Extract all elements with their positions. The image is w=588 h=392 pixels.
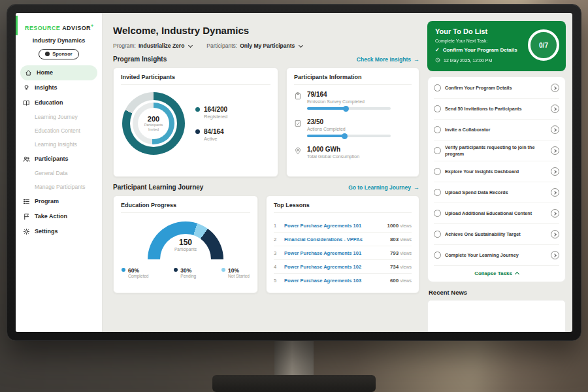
legend-label: Pending — [180, 274, 196, 278]
todo-next-task[interactable]: ✓ Confirm Your Program Details — [435, 47, 519, 54]
sidebar-item-education[interactable]: Education — [16, 95, 102, 110]
gauge-center-label: Participants — [148, 247, 223, 252]
sidebar-item-insights[interactable]: Insights — [16, 80, 102, 95]
lesson-link[interactable]: Power Purchase Agreements 101 — [284, 223, 382, 229]
sidebar-item-learning-insights[interactable]: Learning Insights — [16, 138, 102, 152]
sidebar-item-label: Settings — [35, 228, 58, 235]
sidebar-item-home[interactable]: Home — [20, 65, 97, 80]
sidebar-item-general-data[interactable]: General Data — [16, 167, 102, 180]
lesson-link[interactable]: Power Purchase Agreements 103 — [284, 278, 385, 284]
lesson-views: 803 views — [390, 237, 412, 242]
progress-fill — [307, 107, 347, 110]
lesson-link[interactable]: Financial Considerations - VPPAs — [284, 237, 385, 242]
progress-bar — [307, 135, 391, 137]
sidebar-item-label: Program — [35, 198, 59, 204]
task-chevron-icon[interactable] — [551, 230, 559, 238]
todo-column: Your To Do List Complete Your Next Task:… — [427, 13, 572, 332]
todo-progress-value: 0/7 — [539, 42, 548, 49]
recent-news-title: Recent News — [429, 289, 564, 296]
lesson-rank: 1 — [274, 223, 279, 229]
task-label: Complete Your Learning Journey — [445, 252, 547, 259]
task-checkbox[interactable] — [434, 168, 441, 175]
task-checkbox[interactable] — [434, 126, 441, 133]
sponsor-badge[interactable]: Sponsor — [39, 49, 78, 59]
legend-label: Not Started — [228, 274, 250, 278]
sidebar-item-take-action[interactable]: Take Action — [16, 209, 102, 224]
task-row[interactable]: Complete Your Learning Journey — [434, 245, 559, 266]
go-to-learning-journey-link[interactable]: Go to Learning Journey → — [348, 184, 419, 191]
task-chevron-icon[interactable] — [551, 209, 559, 218]
legend-dot — [221, 268, 225, 272]
invited-participants-card: Invited Participants 200 Participants In… — [113, 67, 278, 177]
sidebar-item-education-content[interactable]: Education Content — [16, 124, 102, 138]
location-pin-icon — [294, 146, 302, 162]
gauge-legend: 60% Completed 30% Pending — [121, 267, 250, 278]
people-icon — [23, 155, 30, 163]
task-row[interactable]: Confirm Your Program Details — [434, 78, 559, 99]
todo-tasks-card: Confirm Your Program Details Send 50 Inv… — [427, 76, 566, 282]
task-checkbox[interactable] — [434, 105, 441, 112]
org-name: Industry Dynamics — [16, 37, 102, 44]
sidebar-item-participants[interactable]: Participants — [16, 152, 102, 167]
task-row[interactable]: Achieve One Sustainability Target — [434, 224, 559, 245]
task-row[interactable]: Explore Your Insights Dashboard — [434, 161, 559, 182]
task-chevron-icon[interactable] — [551, 251, 559, 259]
collapse-tasks-button[interactable]: Collapse Tasks — [434, 266, 559, 280]
sidebar-item-label: Insights — [35, 84, 57, 91]
sidebar-item-program[interactable]: Program — [16, 194, 102, 209]
section-title-learning-journey: Participant Learning Journey — [113, 184, 203, 191]
lesson-link[interactable]: Power Purchase Agreements 101 — [284, 250, 385, 256]
task-chevron-icon[interactable] — [551, 188, 559, 197]
task-checkbox[interactable] — [434, 189, 441, 196]
main-content: Welcome, Industry Dynamics Program: Indu… — [103, 13, 427, 332]
participants-filter[interactable]: Participants: Only My Participants — [206, 42, 302, 49]
top-lessons-card: Top Lessons 1 Power Purchase Agreements … — [266, 195, 419, 293]
legend-value: 30% — [180, 267, 196, 274]
legend-label: Registered — [204, 114, 227, 120]
task-label: Verify participants requesting to join t… — [445, 144, 547, 157]
participants-information-card: Participants Information 79/164 Emission… — [286, 67, 419, 177]
task-checkbox[interactable] — [434, 147, 441, 154]
task-row[interactable]: Verify participants requesting to join t… — [434, 140, 559, 161]
sidebar-item-manage-participants[interactable]: Manage Participants — [16, 180, 102, 194]
task-chevron-icon[interactable] — [551, 167, 559, 176]
learning-journey-header: Participant Learning Journey Go to Learn… — [113, 184, 419, 191]
invited-participants-donut: 200 Participants Invited — [122, 92, 185, 155]
brand-logo: RESOURCE ADVISOR+ — [16, 16, 102, 35]
brand-plus: + — [91, 24, 94, 28]
check-more-insights-link[interactable]: Check More Insights → — [357, 56, 419, 63]
legend-dot — [195, 107, 200, 112]
task-chevron-icon[interactable] — [551, 146, 559, 155]
brand-primary: RESOURCE — [25, 25, 60, 31]
arrow-right-icon: → — [414, 184, 419, 191]
task-chevron-icon[interactable] — [551, 84, 559, 92]
lesson-views: 1000 views — [387, 223, 412, 229]
lesson-row: 1 Power Purchase Agreements 101 1000 vie… — [274, 219, 412, 233]
task-row[interactable]: Upload Additional Educational Content — [434, 203, 559, 224]
task-row[interactable]: Upload Spend Data Records — [434, 182, 559, 203]
card-title: Participants Information — [294, 74, 412, 85]
sidebar-item-learning-journey[interactable]: Learning Journey — [16, 110, 102, 124]
task-checkbox[interactable] — [434, 231, 441, 238]
program-filter[interactable]: Program: Industrialize Zero — [113, 42, 192, 49]
task-row[interactable]: Send 50 Invitations to Participants — [434, 99, 559, 120]
task-chevron-icon[interactable] — [551, 105, 559, 113]
task-label: Confirm Your Program Details — [445, 85, 547, 91]
flag-icon — [23, 213, 30, 220]
monitor-stand-base — [212, 375, 376, 392]
collapse-tasks-label: Collapse Tasks — [474, 270, 512, 276]
sidebar-item-settings[interactable]: Settings — [16, 224, 102, 239]
task-checkbox[interactable] — [434, 84, 441, 91]
task-chevron-icon[interactable] — [551, 125, 559, 134]
check-icon: ✓ — [435, 47, 440, 54]
task-checkbox[interactable] — [434, 210, 441, 217]
task-label: Invite a Collaborator — [445, 127, 547, 133]
monitor-stand-neck — [274, 340, 314, 380]
task-label: Send 50 Invitations to Participants — [445, 106, 547, 112]
task-row[interactable]: Invite a Collaborator — [434, 120, 559, 140]
task-label: Upload Spend Data Records — [445, 189, 547, 196]
stat-global-consumption: 1,000 GWh Total Global Consumption — [294, 146, 412, 162]
lesson-link[interactable]: Power Purchase Agreements 102 — [284, 264, 385, 270]
task-checkbox[interactable] — [434, 252, 441, 259]
lesson-row: 2 Financial Considerations - VPPAs 803 v… — [274, 233, 412, 246]
